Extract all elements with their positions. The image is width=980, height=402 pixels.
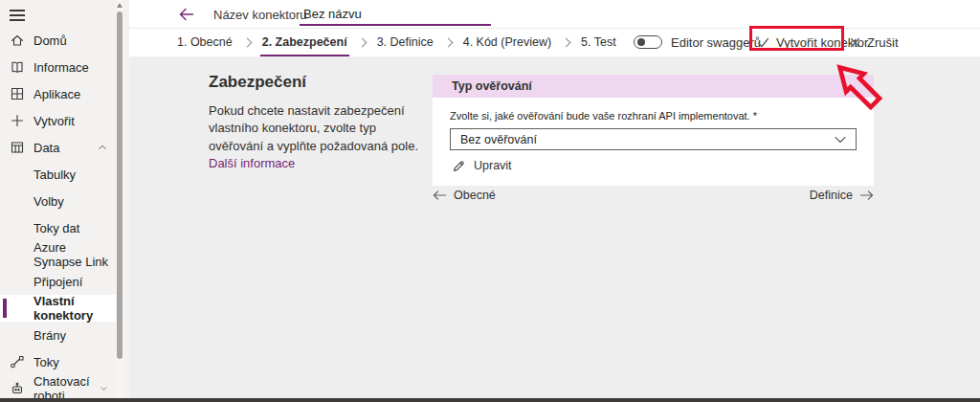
sidebar-scrollbar[interactable] [116,0,123,398]
chevron-up-icon [97,142,108,153]
checkmark-icon [757,36,769,49]
step-security[interactable]: 2. Zabezpečení [262,31,347,55]
arrow-right-icon [859,190,874,201]
toggle-pill[interactable] [634,35,662,49]
sidebar-item-label: Domů [33,34,67,48]
arrow-left-icon [433,190,447,201]
scrollbar-thumb[interactable] [117,11,122,359]
header-title-row: Název konektoru Bez názvu [129,0,980,29]
auth-type-panel: Typ ověřování Zvolte si, jaké ověřování … [433,75,874,186]
step-definition[interactable]: 3. Definice [377,31,434,55]
nav-next-label: Definice [810,189,853,202]
sidebar-item-label: Tabulky [33,168,76,182]
main-content: Zabezpečení Pokud chcete nastavit zabezp… [129,56,980,398]
nav-next-definition[interactable]: Definice [810,189,874,202]
chevron-down-icon [835,136,846,144]
back-arrow-icon[interactable] [177,5,196,24]
auth-field-label: Zvolte si, jaké ověřování bude vaše rozh… [450,110,857,122]
auth-type-dropdown-value: Bez ověřování [460,133,537,146]
description-text: Pokud chcete nastavit zabezpečení vlastn… [209,103,418,153]
cancel-button[interactable]: Zrušit [850,29,899,56]
sidebar: Domů Informace Aplikace Vytvořit Data Ta… [0,0,129,398]
header-steps-row: 1. Obecné 2. Zabezpečení 3. Definice 4. … [129,29,980,56]
chevron-right-icon [443,37,453,47]
sidebar-item-gateways[interactable]: Brány [0,322,116,348]
sidebar-item-label: Volby [33,194,64,209]
sidebar-item-dataflows[interactable]: Toky dat [0,214,116,241]
toggle-knob-icon [637,38,645,46]
swagger-editor-toggle[interactable]: Editor swaggerů [634,29,761,56]
app-root: Domů Informace Aplikace Vytvořit Data Ta… [0,0,980,402]
scrollbar-up-arrow-icon[interactable] [117,3,122,8]
close-icon [850,37,860,48]
step-test[interactable]: 5. Test [581,31,616,55]
sidebar-item-create[interactable]: Vytvořit [0,107,116,134]
sidebar-item-azure-synapse-link[interactable]: Azure Synapse Link [0,241,116,268]
edit-button[interactable]: Upravit [450,159,512,172]
sidebar-item-label: Data [33,141,59,155]
flow-icon [10,354,25,369]
nav-prev-label: Obecné [454,189,496,202]
sidebar-item-label: Brány [33,328,66,343]
connector-name-label: Název konektoru [213,8,307,22]
hamburger-menu-icon[interactable] [10,7,29,24]
chevron-right-icon [357,37,367,47]
swagger-editor-toggle-label: Editor swaggerů [671,35,761,50]
edit-label: Upravit [474,159,512,172]
sidebar-item-label: Toky dat [33,221,79,235]
sidebar-nav: Domů Informace Aplikace Vytvořit Data Ta… [0,27,116,402]
nav-prev-general[interactable]: Obecné [433,189,496,202]
step-code-preview[interactable]: 4. Kód (Preview) [463,31,551,55]
sidebar-item-label: Vytvořit [33,114,75,128]
sidebar-item-apps[interactable]: Aplikace [0,80,116,107]
sidebar-item-choices[interactable]: Volby [0,188,116,214]
security-intro: Zabezpečení Pokud chcete nastavit zabezp… [209,73,421,173]
sidebar-item-label: Vlastní konektory [33,294,116,323]
chevron-right-icon [562,37,571,47]
sidebar-item-tables[interactable]: Tabulky [0,161,116,188]
learn-more-link[interactable]: Další informace [209,156,295,170]
sidebar-item-label: Připojení [33,275,82,289]
auth-panel-header: Typ ověřování [433,75,874,98]
wizard-footer-nav: Obecné Definice [433,189,874,202]
page-description: Pokud chcete nastavit zabezpečení vlastn… [209,102,421,173]
bot-icon [10,381,25,396]
sidebar-item-label: Toky [33,355,59,369]
window-bottom-edge [0,398,980,402]
step-general[interactable]: 1. Obecné [177,31,233,55]
sidebar-item-custom-connectors[interactable]: Vlastní konektory [0,295,116,322]
sidebar-item-label: Azure Synapse Link [33,240,116,269]
sidebar-item-connections[interactable]: Připojení [0,268,116,295]
auth-type-dropdown[interactable]: Bez ověřování [450,128,857,150]
sidebar-item-label: Aplikace [33,87,80,101]
book-icon [10,59,25,75]
table-icon [10,140,25,155]
chevron-down-icon [100,383,108,394]
connector-name-input[interactable]: Bez názvu [300,5,491,26]
sidebar-item-home[interactable]: Domů [0,27,116,54]
app-grid-icon [10,86,25,101]
chevron-right-icon [242,37,252,47]
header: Název konektoru Bez názvu 1. Obecné 2. Z… [129,0,980,56]
sidebar-item-label: Informace [33,60,89,75]
plus-icon [10,113,25,128]
wizard-steps: 1. Obecné 2. Zabezpečení 3. Definice 4. … [177,29,616,56]
cancel-label: Zrušit [867,35,899,50]
home-icon [10,33,25,48]
sidebar-item-flows[interactable]: Toky [0,348,116,375]
sidebar-item-data[interactable]: Data [0,134,116,161]
page-title: Zabezpečení [209,73,421,92]
sidebar-item-about[interactable]: Informace [0,54,116,80]
auth-panel-body: Zvolte si, jaké ověřování bude vaše rozh… [433,98,874,186]
pencil-icon [453,160,465,172]
